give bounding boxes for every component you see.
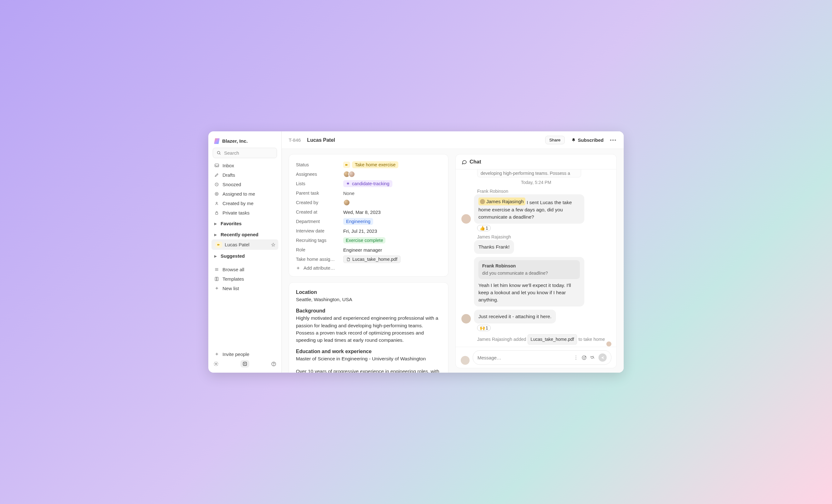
nav-created-by-me[interactable]: Created by me — [211, 198, 278, 208]
search-icon — [216, 151, 222, 155]
nav-invite-people[interactable]: Invite people — [211, 349, 278, 359]
nav-assigned-to-me[interactable]: Assigned to me — [211, 189, 278, 198]
nav-inbox[interactable]: Inbox — [211, 161, 278, 170]
subscribed-toggle[interactable]: Subscribed — [571, 137, 604, 143]
attributes-card: Status Take home exercise Assignees — [289, 154, 448, 276]
workspace-name: Blazer, Inc. — [222, 138, 248, 144]
presence-avatar[interactable] — [606, 341, 612, 347]
quick-add-button[interactable] — [240, 360, 249, 368]
add-attribute-button[interactable]: Add attribute… — [296, 264, 441, 271]
recruiting-tag-chip[interactable]: Exercise complete — [343, 237, 385, 243]
background-heading: Background — [296, 308, 441, 314]
recent-item-lucas-patel[interactable]: Lucas Patel — [211, 239, 278, 250]
lock-icon — [214, 210, 219, 215]
education-text: Master of Science in Engineering - Unive… — [296, 355, 441, 362]
avatar — [348, 171, 355, 178]
section-suggested[interactable]: ▸ Suggested — [211, 251, 278, 261]
workspace-switcher[interactable]: Blazer, Inc. — [211, 137, 278, 148]
chat-message: Just received it - attaching it here. 🙌1 — [461, 310, 611, 331]
status-chip[interactable]: Take home exercise — [352, 161, 398, 168]
parent-value[interactable]: None — [343, 191, 355, 196]
plus-icon — [214, 286, 219, 290]
chat-message: James Rajasingh Thanks Frank! — [461, 234, 611, 254]
chat-panel: Chat developing high-performing teams. P… — [456, 154, 617, 368]
reaction-count: 1 — [486, 226, 488, 231]
message-bubble[interactable]: Thanks Frank! — [474, 240, 514, 254]
location-text: Seattle, Washington, USA — [296, 296, 441, 303]
svg-point-22 — [345, 164, 347, 165]
reaction-pill[interactable]: 🙌1 — [477, 325, 491, 331]
section-recently-opened[interactable]: ▸ Recently opened — [211, 230, 278, 239]
book-icon — [214, 276, 219, 281]
attr-label-assignees: Assignees — [296, 172, 343, 177]
description-card[interactable]: Location Seattle, Washington, USA Backgr… — [289, 282, 448, 373]
user-mention[interactable]: James Rajasingh — [478, 197, 525, 205]
activity-entry: James Rajasingh added Lucas_take_home.pd… — [477, 334, 611, 347]
svg-point-16 — [215, 363, 216, 365]
chat-scroll-area[interactable]: developing high-performing teams. Posses… — [456, 169, 617, 347]
inbox-icon — [214, 163, 219, 168]
chat-title: Chat — [470, 159, 481, 165]
activity-text: James Rajasingh added — [477, 337, 526, 342]
message-input-wrapper[interactable]: ⋮ — [473, 350, 612, 365]
education-heading: Education and work experience — [296, 349, 441, 354]
svg-rect-7 — [215, 212, 218, 214]
nav-browse-all[interactable]: Browse all — [211, 265, 278, 274]
list-chip[interactable]: ✴ candidate-tracking — [343, 180, 392, 187]
reaction-emoji: 👍 — [480, 226, 485, 231]
message-input[interactable] — [477, 355, 574, 360]
search-input[interactable]: Search — [213, 148, 277, 158]
nav-label: Snoozed — [223, 182, 241, 187]
emoji-icon[interactable] — [581, 355, 587, 360]
reaction-count: 1 — [486, 325, 488, 330]
nav-label: Created by me — [223, 201, 253, 206]
file-icon — [346, 257, 350, 261]
more-menu-button[interactable]: ••• — [610, 137, 617, 143]
task-id[interactable]: T-846 — [289, 137, 301, 143]
nav-drafts[interactable]: Drafts — [211, 170, 278, 180]
workspace-logo-icon — [214, 138, 220, 144]
assignees-avatars[interactable] — [343, 171, 355, 178]
message-bubble[interactable]: Just received it - attaching it here. — [474, 310, 556, 323]
share-button[interactable]: Share — [545, 136, 565, 144]
message-bubble[interactable]: James Rajasingh I sent Lucas the take ho… — [474, 194, 584, 224]
list-chip-label: candidate-tracking — [352, 181, 390, 186]
message-sender: James Rajasingh — [477, 234, 611, 239]
nav-label: Inbox — [223, 163, 234, 168]
target-icon — [214, 191, 219, 196]
file-chip[interactable]: Lucas_take_home.pdf — [527, 334, 577, 345]
help-icon[interactable] — [271, 361, 277, 367]
settings-gear-icon[interactable] — [213, 361, 219, 367]
plus-icon — [214, 352, 219, 356]
file-chip[interactable]: Lucas_take_home.pdf — [343, 256, 400, 263]
caret-right-icon: ▸ — [213, 253, 218, 259]
nav-private-tasks[interactable]: Private tasks — [211, 208, 278, 217]
avatar[interactable] — [343, 199, 350, 206]
avatar — [461, 314, 471, 323]
section-favorites[interactable]: ▸ Favorites — [211, 219, 278, 229]
more-vertical-icon[interactable]: ⋮ — [574, 355, 578, 360]
nav-label: New list — [223, 286, 239, 291]
status-dot-icon — [215, 242, 222, 248]
attr-label-interview: Interview date — [296, 229, 343, 233]
department-chip[interactable]: Engineering — [343, 218, 373, 225]
interview-value[interactable]: Fri, Jul 21, 2023 — [343, 229, 377, 234]
caret-right-icon: ▸ — [213, 221, 218, 227]
attr-label-lists: Lists — [296, 181, 343, 186]
role-value[interactable]: Engineer manager — [343, 247, 382, 253]
quoted-reply[interactable]: Frank Robinson did you communicate a dea… — [478, 260, 580, 279]
nav-snoozed[interactable]: Snoozed — [211, 180, 278, 189]
svg-point-27 — [584, 357, 585, 357]
user-icon — [214, 201, 219, 206]
chat-composer: ⋮ — [456, 347, 617, 368]
star-icon[interactable] — [270, 243, 276, 247]
masks-icon[interactable] — [590, 355, 595, 360]
chat-message: Frank Robinson James Rajasingh I sent Lu… — [461, 189, 611, 231]
chat-message: Frank Robinson did you communicate a dea… — [461, 257, 611, 307]
message-bubble[interactable]: Frank Robinson did you communicate a dea… — [474, 257, 584, 307]
send-button[interactable] — [598, 353, 607, 362]
nav-new-list[interactable]: New list — [211, 284, 278, 293]
background-text: Highly motivated and experienced enginee… — [296, 314, 441, 344]
nav-templates[interactable]: Templates — [211, 274, 278, 284]
reaction-pill[interactable]: 👍1 — [477, 225, 491, 231]
